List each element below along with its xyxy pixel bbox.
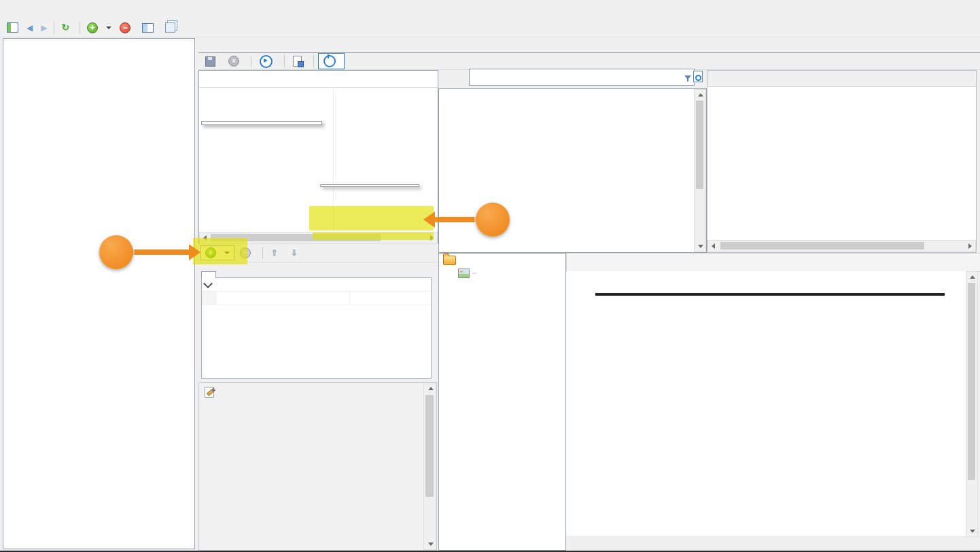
processing-results-title bbox=[707, 71, 976, 86]
refresh-button[interactable]: ↻ bbox=[57, 22, 77, 33]
help-vscrollbar[interactable] bbox=[423, 383, 436, 550]
processing-results-panel bbox=[707, 70, 977, 253]
arrow-up-icon: ⇧ bbox=[271, 248, 278, 258]
back-button[interactable]: ◀ bbox=[22, 22, 37, 33]
main-toolbar: ◀ ▶ ↻ + − bbox=[0, 18, 980, 37]
image-icon bbox=[458, 269, 470, 278]
cancel-button[interactable]: x bbox=[224, 54, 247, 68]
save-icon bbox=[205, 56, 215, 67]
execute-icon bbox=[260, 55, 273, 68]
highlight-add-button bbox=[193, 238, 247, 264]
help-panel bbox=[198, 382, 437, 551]
document-search-icon bbox=[693, 71, 703, 82]
diagnostics-mode-button[interactable] bbox=[318, 53, 345, 69]
property-tab-strip bbox=[201, 263, 217, 278]
batch-tree-vscrollbar[interactable] bbox=[694, 89, 706, 252]
scanned-form bbox=[595, 290, 945, 296]
callout-1 bbox=[99, 235, 133, 269]
grooper-window: ◀ ▶ ↻ + − x bbox=[0, 0, 980, 552]
toolbar-separator bbox=[80, 22, 80, 34]
delete-button[interactable]: − bbox=[116, 21, 138, 35]
steps-panel bbox=[438, 253, 566, 551]
callout-1-arrowhead bbox=[189, 244, 200, 260]
clone-button[interactable] bbox=[161, 21, 183, 34]
forward-button[interactable]: ▶ bbox=[37, 22, 51, 33]
ip-profile-icon bbox=[205, 387, 214, 398]
callout-1-arrow-shaft bbox=[129, 249, 192, 255]
clone-icon bbox=[165, 22, 175, 33]
profile-toolbar: x bbox=[198, 53, 980, 70]
move-down-button[interactable]: ⇩ bbox=[287, 247, 305, 259]
move-up-button[interactable]: ⇧ bbox=[267, 247, 285, 259]
rename-icon bbox=[142, 23, 154, 33]
power-icon bbox=[323, 55, 336, 67]
save-processed-page-icon bbox=[293, 56, 302, 67]
back-icon: ◀ bbox=[27, 24, 33, 32]
chevron-down-icon bbox=[203, 279, 213, 288]
batch-combo[interactable] bbox=[469, 69, 695, 86]
rename-button[interactable] bbox=[138, 22, 161, 34]
property-name bbox=[216, 292, 349, 305]
results-hscrollbar[interactable] bbox=[707, 240, 976, 252]
save-button[interactable] bbox=[201, 55, 223, 68]
input-image-label bbox=[472, 273, 476, 274]
steps-root-label bbox=[459, 260, 463, 261]
callout-2 bbox=[476, 203, 510, 237]
callout-2-arrowhead bbox=[423, 211, 435, 228]
node-tree-panel bbox=[3, 38, 195, 549]
arrow-down-icon: ⇩ bbox=[291, 248, 298, 258]
highlight-underline bbox=[313, 232, 434, 240]
viewer-toolbar bbox=[566, 253, 980, 272]
navigator-icon bbox=[7, 22, 18, 33]
tab-ip-profile-properties[interactable] bbox=[201, 271, 216, 278]
batch-document-button[interactable] bbox=[690, 69, 705, 84]
add-context-menu bbox=[201, 121, 322, 125]
steps-root[interactable] bbox=[439, 254, 565, 266]
forward-icon: ▶ bbox=[41, 24, 47, 32]
save-processed-page-button[interactable] bbox=[289, 54, 309, 68]
property-grid bbox=[201, 277, 432, 379]
property-row-description[interactable] bbox=[202, 292, 431, 305]
navigator-button[interactable] bbox=[3, 21, 22, 34]
cancel-icon: x bbox=[228, 56, 239, 67]
menu-bar bbox=[0, 0, 980, 18]
format-conversion-submenu bbox=[320, 184, 419, 187]
refresh-icon: ↻ bbox=[61, 23, 69, 32]
folder-open-icon bbox=[443, 256, 456, 265]
add-button[interactable]: + bbox=[83, 21, 116, 35]
toolbar-separator bbox=[54, 22, 54, 34]
property-group-general[interactable] bbox=[202, 278, 431, 292]
viewer-vscrollbar[interactable] bbox=[966, 271, 978, 537]
steps-item-input-image[interactable] bbox=[439, 266, 565, 279]
property-value[interactable] bbox=[349, 292, 431, 305]
image-viewer-canvas[interactable] bbox=[566, 271, 966, 536]
highlight-threshold bbox=[309, 206, 434, 230]
delete-icon: − bbox=[120, 22, 130, 33]
chevron-down-icon bbox=[106, 27, 111, 29]
add-icon: + bbox=[87, 22, 98, 33]
execute-button[interactable] bbox=[256, 54, 280, 69]
